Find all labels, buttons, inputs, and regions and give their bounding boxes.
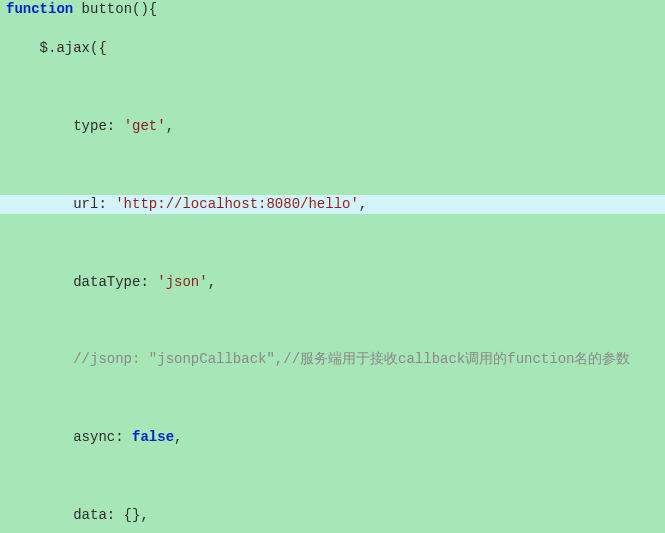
comment-line: //jsonp: "jsonpCallback",//服务端用于接收callba… xyxy=(0,350,665,370)
code-block: function button(){ $.ajax({ type: 'get',… xyxy=(0,0,665,533)
string-literal: 'get' xyxy=(124,118,166,134)
blank-line xyxy=(0,234,665,253)
boolean-literal: false xyxy=(132,429,174,445)
highlighted-line: url: 'http://localhost:8080/hello', xyxy=(0,195,665,215)
blank-line xyxy=(0,390,665,409)
code-line: function button(){ xyxy=(0,0,665,20)
code-line: async: false, xyxy=(0,428,665,448)
code-line: dataType: 'json', xyxy=(0,273,665,293)
string-literal: 'http://localhost:8080/hello' xyxy=(115,196,359,212)
string-literal: 'json' xyxy=(157,274,207,290)
code-line: type: 'get', xyxy=(0,117,665,137)
blank-line xyxy=(0,156,665,175)
blank-line xyxy=(0,467,665,486)
blank-line xyxy=(0,78,665,97)
code-line: data: {}, xyxy=(0,506,665,526)
keyword-function: function xyxy=(6,1,73,17)
blank-line xyxy=(0,312,665,331)
code-line: $.ajax({ xyxy=(0,39,665,59)
